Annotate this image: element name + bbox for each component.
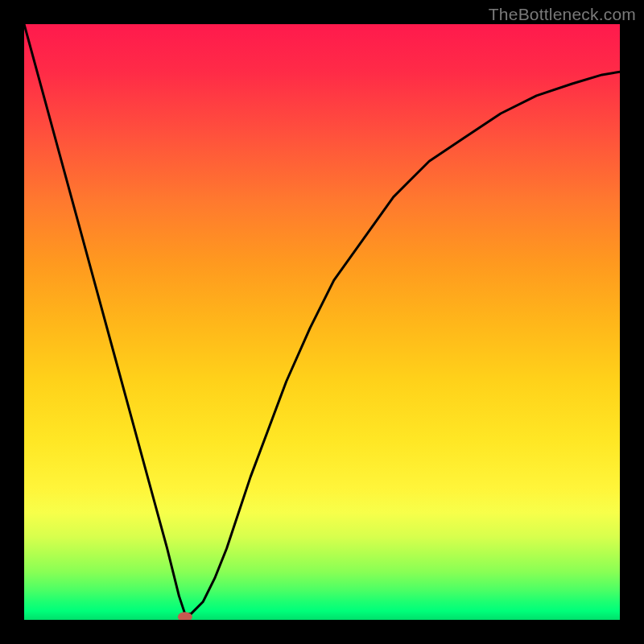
watermark-text: TheBottleneck.com [489,5,636,24]
plot-area [24,24,620,620]
chart-frame: TheBottleneck.com [0,0,644,644]
bottleneck-curve [24,24,620,614]
curve-layer [24,24,620,620]
